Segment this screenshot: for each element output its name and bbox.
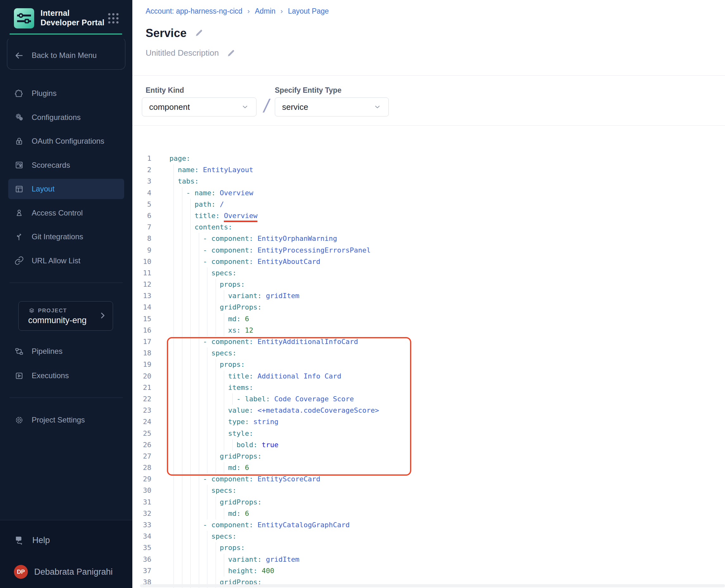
line-number: 10: [132, 256, 151, 268]
entity-bar-divider: [132, 125, 725, 126]
line-number: 4: [132, 187, 151, 199]
horizontal-scrollbar[interactable]: [140, 584, 725, 587]
code-line[interactable]: 34 specs:: [132, 531, 725, 542]
brand-title: Internal Developer Portal: [41, 8, 109, 27]
code-line[interactable]: 4 - name: Overview: [132, 187, 725, 199]
code-line[interactable]: 21 items:: [132, 382, 725, 393]
code-line[interactable]: 35 props:: [132, 542, 725, 553]
code-line[interactable]: 29 - component: EntityScoreCard: [132, 474, 725, 485]
code-line[interactable]: 15 md: 6: [132, 313, 725, 325]
back-to-main-menu[interactable]: Back to Main Menu: [8, 45, 124, 65]
breadcrumb-link[interactable]: Layout Page: [288, 7, 329, 16]
edit-description-pencil-icon[interactable]: [226, 49, 235, 57]
line-number: 28: [132, 462, 151, 474]
line-number: 15: [132, 313, 151, 325]
page-title: Service: [146, 26, 187, 40]
sidebar-item-layout[interactable]: Layout: [8, 179, 124, 199]
code-line[interactable]: 31 gridProps:: [132, 497, 725, 508]
sidebar-item-project-settings[interactable]: Project Settings: [8, 410, 124, 430]
sidebar: Internal Developer Portal Back to Main M…: [0, 0, 132, 588]
code-line[interactable]: 28 md: 6: [132, 462, 725, 474]
line-number: 17: [132, 336, 151, 348]
sidebar-item-git-integrations[interactable]: Git Integrations: [8, 227, 124, 247]
page-title-row: Service: [146, 26, 204, 40]
sidebar-item-label: Plugins: [32, 89, 57, 98]
code-line[interactable]: 3 tabs:: [132, 176, 725, 187]
code-line[interactable]: 11 specs:: [132, 268, 725, 279]
code-line[interactable]: 1page:: [132, 153, 725, 164]
line-number: 33: [132, 519, 151, 531]
code-line[interactable]: 7 contents:: [132, 222, 725, 233]
sidebar-item-scorecards[interactable]: Scorecards: [8, 155, 124, 175]
line-number: 13: [132, 290, 151, 301]
project-kicker-label: PROJECT: [38, 308, 67, 314]
code-line[interactable]: 9 - component: EntityProcessingErrorsPan…: [132, 245, 725, 256]
entity-type-select[interactable]: service: [275, 98, 389, 117]
layout-icon: [14, 184, 24, 194]
edit-title-pencil-icon[interactable]: [194, 28, 204, 38]
code-line[interactable]: 10 - component: EntityAboutCard: [132, 256, 725, 268]
arrow-left-icon: [14, 50, 24, 60]
code-line[interactable]: 14 gridProps:: [132, 301, 725, 313]
code-lines: 1page:2 name: EntityLayout3 tabs:4 - nam…: [132, 153, 725, 588]
code-line[interactable]: 2 name: EntityLayout: [132, 164, 725, 176]
sidebar-item-configurations[interactable]: Configurations: [8, 107, 124, 128]
sidebar-item-executions[interactable]: Executions: [8, 365, 124, 386]
sidebar-item-oauth-configurations[interactable]: OAuth Configurations: [8, 131, 124, 151]
line-number: 30: [132, 485, 151, 496]
code-line[interactable]: 36 variant: gridItem: [132, 554, 725, 565]
code-line[interactable]: 19 props:: [132, 359, 725, 370]
line-number: 16: [132, 325, 151, 336]
code-line[interactable]: 37 height: 400: [132, 565, 725, 576]
code-line[interactable]: 5 path: /: [132, 199, 725, 210]
line-number: 21: [132, 382, 151, 393]
code-line[interactable]: 24 type: string: [132, 416, 725, 427]
code-line[interactable]: 27 gridProps:: [132, 450, 725, 462]
code-line[interactable]: 18 specs:: [132, 348, 725, 359]
yaml-editor[interactable]: 1page:2 name: EntityLayout3 tabs:4 - nam…: [132, 153, 725, 588]
code-line[interactable]: 16 xs: 12: [132, 325, 725, 336]
page-description: Unititled Description: [146, 48, 219, 58]
project-selector[interactable]: PROJECT community-eng: [18, 301, 113, 331]
code-line[interactable]: 32 md: 6: [132, 508, 725, 519]
sidebar-item-pipelines[interactable]: Pipelines: [8, 341, 124, 361]
code-line[interactable]: 13 variant: gridItem: [132, 290, 725, 301]
sidebar-item-access-control[interactable]: Access Control: [8, 203, 124, 223]
line-number: 19: [132, 359, 151, 370]
header-divider: [132, 75, 725, 76]
sidebar-item-plugins[interactable]: Plugins: [8, 83, 124, 104]
main-content: Account: app-harness-ng-cicd›Admin›Layou…: [132, 0, 725, 588]
line-number: 25: [132, 428, 151, 439]
help-button[interactable]: ? Help: [8, 530, 124, 550]
code-line[interactable]: 20 title: Additional Info Card: [132, 371, 725, 382]
code-line[interactable]: 33 - component: EntityCatalogGraphCard: [132, 519, 725, 531]
code-line[interactable]: 23 value: <+metadata.codeCoverageScore>: [132, 405, 725, 416]
sidebar-item-label: Layout: [32, 185, 55, 193]
sidebar-item-label: OAuth Configurations: [32, 137, 104, 146]
sidebar-item-url-allow-list[interactable]: URL Allow List: [8, 251, 124, 271]
user-menu[interactable]: DP Debabrata Panigrahi: [8, 562, 124, 582]
code-line[interactable]: 8 - component: EntityOrphanWarning: [132, 233, 725, 244]
code-line[interactable]: 6 title: Overview: [132, 210, 725, 222]
line-number: 23: [132, 405, 151, 416]
entity-kind-select[interactable]: component: [142, 98, 256, 117]
chevron-right-icon: [98, 311, 107, 320]
code-line[interactable]: 22 - label: Code Coverage Score: [132, 393, 725, 405]
code-line[interactable]: 30 specs:: [132, 485, 725, 496]
line-number: 8: [132, 233, 151, 244]
code-line[interactable]: 12 props:: [132, 279, 725, 290]
line-number: 1: [132, 153, 151, 164]
link-icon: [14, 256, 24, 266]
line-number: 22: [132, 393, 151, 405]
sidebar-item-label: URL Allow List: [32, 256, 80, 265]
app-grid-icon[interactable]: [106, 12, 120, 25]
breadcrumb-link[interactable]: Account: app-harness-ng-cicd: [146, 7, 243, 16]
brand: Internal Developer Portal: [14, 7, 125, 30]
code-line[interactable]: 25 style:: [132, 428, 725, 439]
breadcrumb-link[interactable]: Admin: [255, 7, 275, 16]
code-line[interactable]: 17 - component: EntityAdditionalInfoCard: [132, 336, 725, 348]
breadcrumb-separator-icon: ›: [281, 7, 283, 16]
scorecard-icon: [14, 160, 24, 170]
code-line[interactable]: 26 bold: true: [132, 439, 725, 450]
entity-kind-label: Entity Kind: [146, 86, 184, 94]
